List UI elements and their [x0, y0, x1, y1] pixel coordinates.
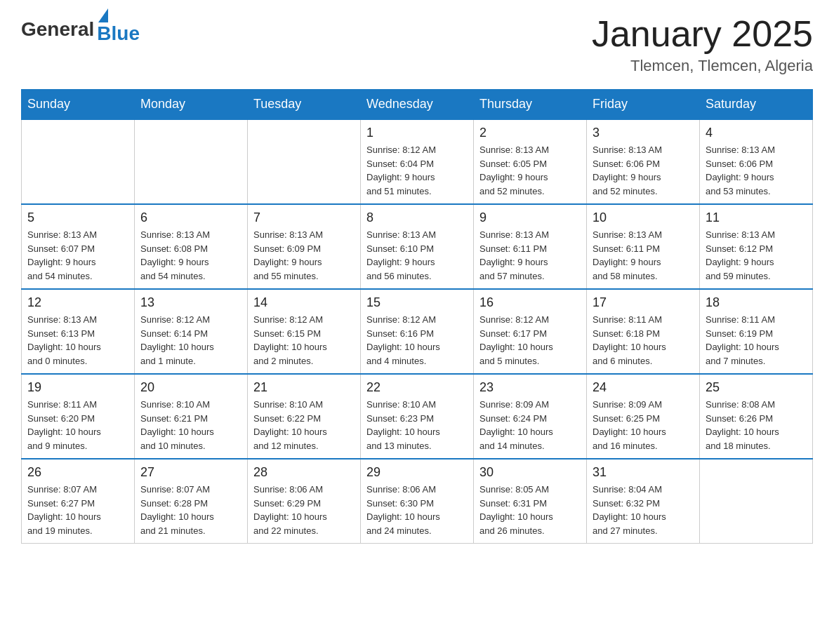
- day-number: 28: [253, 465, 355, 480]
- calendar-cell: 28Sunrise: 8:06 AM Sunset: 6:29 PM Dayli…: [248, 459, 361, 544]
- logo-text-general: General: [21, 18, 94, 41]
- calendar-cell: 30Sunrise: 8:05 AM Sunset: 6:31 PM Dayli…: [474, 459, 587, 544]
- day-number: 14: [253, 295, 355, 310]
- calendar-cell: 12Sunrise: 8:13 AM Sunset: 6:13 PM Dayli…: [22, 289, 135, 374]
- day-number: 20: [140, 380, 241, 395]
- calendar-cell: 25Sunrise: 8:08 AM Sunset: 6:26 PM Dayli…: [700, 374, 813, 459]
- day-info: Sunrise: 8:09 AM Sunset: 6:24 PM Dayligh…: [479, 398, 581, 452]
- calendar-cell: 22Sunrise: 8:10 AM Sunset: 6:23 PM Dayli…: [361, 374, 474, 459]
- calendar-cell: 11Sunrise: 8:13 AM Sunset: 6:12 PM Dayli…: [700, 204, 813, 289]
- day-info: Sunrise: 8:13 AM Sunset: 6:12 PM Dayligh…: [706, 228, 807, 283]
- day-info: Sunrise: 8:08 AM Sunset: 6:26 PM Dayligh…: [706, 398, 807, 452]
- calendar-cell: 20Sunrise: 8:10 AM Sunset: 6:21 PM Dayli…: [135, 374, 248, 459]
- day-number: 12: [27, 295, 128, 310]
- day-info: Sunrise: 8:13 AM Sunset: 6:07 PM Dayligh…: [27, 228, 128, 283]
- column-header-monday: Monday: [135, 90, 248, 120]
- day-info: Sunrise: 8:13 AM Sunset: 6:09 PM Dayligh…: [253, 228, 355, 283]
- day-number: 4: [706, 126, 807, 140]
- day-info: Sunrise: 8:13 AM Sunset: 6:08 PM Dayligh…: [140, 228, 241, 283]
- day-number: 27: [140, 465, 241, 480]
- day-info: Sunrise: 8:12 AM Sunset: 6:14 PM Dayligh…: [140, 313, 241, 368]
- day-info: Sunrise: 8:13 AM Sunset: 6:05 PM Dayligh…: [479, 143, 581, 198]
- day-number: 21: [253, 380, 355, 395]
- title-section: January 2025 Tlemcen, Tlemcen, Algeria: [592, 14, 813, 75]
- day-number: 1: [366, 126, 468, 140]
- day-info: Sunrise: 8:12 AM Sunset: 6:17 PM Dayligh…: [479, 313, 581, 368]
- day-number: 19: [27, 380, 128, 395]
- calendar-table: SundayMondayTuesdayWednesdayThursdayFrid…: [21, 89, 813, 544]
- day-number: 13: [140, 295, 241, 310]
- day-info: Sunrise: 8:10 AM Sunset: 6:21 PM Dayligh…: [140, 398, 241, 452]
- calendar-cell: 15Sunrise: 8:12 AM Sunset: 6:16 PM Dayli…: [361, 289, 474, 374]
- day-info: Sunrise: 8:13 AM Sunset: 6:06 PM Dayligh…: [593, 143, 694, 198]
- day-info: Sunrise: 8:13 AM Sunset: 6:06 PM Dayligh…: [706, 143, 807, 198]
- day-number: 26: [27, 465, 128, 480]
- day-number: 23: [479, 380, 581, 395]
- column-header-tuesday: Tuesday: [248, 90, 361, 120]
- day-info: Sunrise: 8:12 AM Sunset: 6:15 PM Dayligh…: [253, 313, 355, 368]
- calendar-cell: 29Sunrise: 8:06 AM Sunset: 6:30 PM Dayli…: [361, 459, 474, 544]
- calendar-week-5: 26Sunrise: 8:07 AM Sunset: 6:27 PM Dayli…: [22, 459, 813, 544]
- column-header-wednesday: Wednesday: [361, 90, 474, 120]
- day-number: 8: [366, 210, 468, 225]
- day-number: 11: [706, 210, 807, 225]
- calendar-cell: 13Sunrise: 8:12 AM Sunset: 6:14 PM Dayli…: [135, 289, 248, 374]
- calendar-cell: [22, 119, 135, 204]
- calendar-cell: 7Sunrise: 8:13 AM Sunset: 6:09 PM Daylig…: [248, 204, 361, 289]
- calendar-cell: [700, 459, 813, 544]
- day-number: 22: [366, 380, 468, 395]
- calendar-cell: [248, 119, 361, 204]
- day-info: Sunrise: 8:06 AM Sunset: 6:29 PM Dayligh…: [253, 483, 355, 537]
- calendar-subtitle: Tlemcen, Tlemcen, Algeria: [592, 57, 813, 75]
- calendar-cell: 23Sunrise: 8:09 AM Sunset: 6:24 PM Dayli…: [474, 374, 587, 459]
- day-info: Sunrise: 8:06 AM Sunset: 6:30 PM Dayligh…: [366, 483, 468, 537]
- calendar-week-2: 5Sunrise: 8:13 AM Sunset: 6:07 PM Daylig…: [22, 204, 813, 289]
- day-info: Sunrise: 8:11 AM Sunset: 6:19 PM Dayligh…: [706, 313, 807, 368]
- column-header-saturday: Saturday: [700, 90, 813, 120]
- day-number: 18: [706, 295, 807, 310]
- day-info: Sunrise: 8:07 AM Sunset: 6:27 PM Dayligh…: [27, 483, 128, 537]
- calendar-cell: 4Sunrise: 8:13 AM Sunset: 6:06 PM Daylig…: [700, 119, 813, 204]
- day-number: 10: [593, 210, 694, 225]
- calendar-cell: 21Sunrise: 8:10 AM Sunset: 6:22 PM Dayli…: [248, 374, 361, 459]
- calendar-week-4: 19Sunrise: 8:11 AM Sunset: 6:20 PM Dayli…: [22, 374, 813, 459]
- day-number: 29: [366, 465, 468, 480]
- day-number: 31: [593, 465, 694, 480]
- day-info: Sunrise: 8:13 AM Sunset: 6:11 PM Dayligh…: [479, 228, 581, 283]
- calendar-cell: 6Sunrise: 8:13 AM Sunset: 6:08 PM Daylig…: [135, 204, 248, 289]
- day-info: Sunrise: 8:13 AM Sunset: 6:11 PM Dayligh…: [593, 228, 694, 283]
- day-info: Sunrise: 8:13 AM Sunset: 6:13 PM Dayligh…: [27, 313, 128, 368]
- calendar-cell: 3Sunrise: 8:13 AM Sunset: 6:06 PM Daylig…: [587, 119, 700, 204]
- calendar-cell: 1Sunrise: 8:12 AM Sunset: 6:04 PM Daylig…: [361, 119, 474, 204]
- logo-text-blue: Blue: [97, 22, 140, 45]
- day-info: Sunrise: 8:11 AM Sunset: 6:20 PM Dayligh…: [27, 398, 128, 452]
- day-number: 17: [593, 295, 694, 310]
- day-number: 2: [479, 126, 581, 140]
- day-number: 24: [593, 380, 694, 395]
- page-header: General Blue January 2025 Tlemcen, Tlemc…: [21, 14, 813, 75]
- calendar-header-row: SundayMondayTuesdayWednesdayThursdayFrid…: [22, 90, 813, 120]
- day-info: Sunrise: 8:12 AM Sunset: 6:16 PM Dayligh…: [366, 313, 468, 368]
- calendar-cell: 17Sunrise: 8:11 AM Sunset: 6:18 PM Dayli…: [587, 289, 700, 374]
- day-number: 25: [706, 380, 807, 395]
- day-number: 30: [479, 465, 581, 480]
- day-info: Sunrise: 8:04 AM Sunset: 6:32 PM Dayligh…: [593, 483, 694, 537]
- day-info: Sunrise: 8:10 AM Sunset: 6:23 PM Dayligh…: [366, 398, 468, 452]
- calendar-cell: 14Sunrise: 8:12 AM Sunset: 6:15 PM Dayli…: [248, 289, 361, 374]
- day-number: 7: [253, 210, 355, 225]
- calendar-cell: 24Sunrise: 8:09 AM Sunset: 6:25 PM Dayli…: [587, 374, 700, 459]
- calendar-cell: 10Sunrise: 8:13 AM Sunset: 6:11 PM Dayli…: [587, 204, 700, 289]
- calendar-cell: 27Sunrise: 8:07 AM Sunset: 6:28 PM Dayli…: [135, 459, 248, 544]
- calendar-title: January 2025: [592, 14, 813, 54]
- column-header-sunday: Sunday: [22, 90, 135, 120]
- calendar-cell: 16Sunrise: 8:12 AM Sunset: 6:17 PM Dayli…: [474, 289, 587, 374]
- calendar-cell: 31Sunrise: 8:04 AM Sunset: 6:32 PM Dayli…: [587, 459, 700, 544]
- day-number: 5: [27, 210, 128, 225]
- calendar-cell: 2Sunrise: 8:13 AM Sunset: 6:05 PM Daylig…: [474, 119, 587, 204]
- day-info: Sunrise: 8:11 AM Sunset: 6:18 PM Dayligh…: [593, 313, 694, 368]
- day-info: Sunrise: 8:05 AM Sunset: 6:31 PM Dayligh…: [479, 483, 581, 537]
- calendar-cell: 19Sunrise: 8:11 AM Sunset: 6:20 PM Dayli…: [22, 374, 135, 459]
- day-number: 16: [479, 295, 581, 310]
- logo-triangle-icon: [98, 8, 108, 22]
- day-info: Sunrise: 8:13 AM Sunset: 6:10 PM Dayligh…: [366, 228, 468, 283]
